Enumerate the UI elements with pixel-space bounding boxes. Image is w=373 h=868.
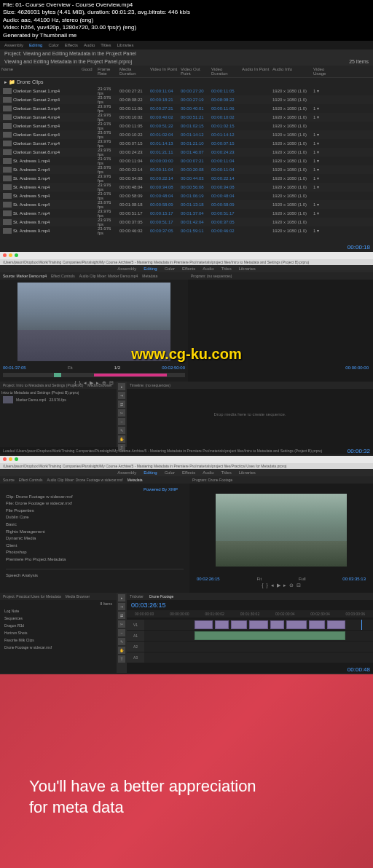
col-media-duration[interactable]: Media Duration [118, 67, 149, 76]
source-tab[interactable]: Source: Marker Demo.mp4 [3, 274, 47, 278]
slip-tool-icon[interactable]: ↔ [118, 418, 125, 425]
timeline-tracks[interactable]: V1 A1 A2 A3 [127, 618, 373, 665]
col-video-out[interactable]: Video Out Point [179, 67, 210, 76]
table-row[interactable]: Clarkston Sunset 7.mp423.976 fps00:00:07… [0, 139, 373, 148]
table-row[interactable]: St. Andrews 3.mp423.976 fps00:00:34:0800… [0, 174, 373, 183]
close-icon[interactable] [3, 253, 7, 257]
workspace-tab[interactable]: Libraries [117, 43, 133, 47]
workspace-tab[interactable]: Effects [65, 43, 78, 47]
timeline-tab[interactable]: Drone Footage [149, 593, 173, 600]
razor-tool-icon[interactable]: ✂ [118, 620, 125, 628]
workspace-tab[interactable]: Titles [221, 267, 232, 271]
mark-in-icon[interactable]: { [262, 583, 263, 588]
maximize-icon[interactable] [15, 457, 18, 461]
workspace-tab[interactable]: Editing [144, 470, 157, 475]
meta-row[interactable]: Rights Management [6, 529, 184, 536]
mark-in-icon[interactable]: { [74, 380, 76, 386]
project-item[interactable]: Dragon.R3d [0, 622, 117, 629]
step-forward-icon[interactable]: ▸ [96, 380, 99, 386]
workspace-tab[interactable]: Editing [144, 267, 157, 271]
step-forward-icon[interactable]: ▸ [283, 583, 286, 588]
project-item[interactable]: Horizon Shots [0, 629, 117, 636]
overwrite-icon[interactable]: ⊟ [109, 380, 114, 386]
play-icon[interactable]: ▶ [277, 583, 280, 588]
track-select-tool-icon[interactable]: ⇥ [118, 603, 125, 610]
track-label[interactable]: A3 [127, 652, 144, 663]
workspace-tab[interactable]: Audio [84, 43, 95, 47]
workspace-tab[interactable]: Effects [182, 470, 195, 475]
workspace-tab[interactable]: Titles [101, 43, 111, 47]
meta-tab[interactable]: Metadata [127, 478, 143, 482]
meta-row[interactable]: Dublin Core [6, 514, 184, 521]
col-name[interactable]: Name [0, 67, 80, 76]
pen-tool-icon[interactable]: ✎ [118, 638, 125, 645]
workspace-tab[interactable]: Titles [221, 470, 232, 475]
video-clip[interactable] [231, 620, 247, 629]
workspace-tab[interactable]: Assembly [117, 267, 136, 271]
video-clip[interactable] [215, 620, 229, 629]
ripple-tool-icon[interactable]: ⇄ [118, 401, 125, 408]
type-tool-icon[interactable]: T [118, 655, 125, 663]
minimize-icon[interactable] [9, 253, 12, 257]
table-row[interactable]: Clarkston Sunset 5.mp423.976 fps00:00:11… [0, 122, 373, 130]
table-row[interactable]: Clarkston Sunset 3.mp423.976 fps00:00:11… [0, 104, 373, 113]
fit-dropdown[interactable]: Fit [256, 577, 262, 581]
razor-tool-icon[interactable]: ✂ [118, 409, 125, 417]
table-row[interactable]: St. Andrews 9.mp423.976 fps00:00:46:0200… [0, 226, 373, 235]
timeline-playhead-tc[interactable]: 00:03:26:15 [127, 600, 373, 610]
lift-icon[interactable]: ⊖ [289, 583, 294, 588]
table-row[interactable]: Clarkston Sunset 2.mp423.976 fps00:08:08… [0, 95, 373, 104]
meta-row[interactable]: Photoshop [6, 549, 184, 556]
play-icon[interactable]: ▶ [90, 380, 93, 386]
workspace-tab[interactable]: Audio [203, 470, 213, 475]
meta-tab[interactable]: Source [3, 478, 15, 482]
fit-dropdown[interactable]: Fit [68, 366, 73, 370]
workspace-tab[interactable]: Effects [182, 267, 195, 271]
close-icon[interactable] [3, 457, 7, 461]
track-label[interactable]: V1 [127, 620, 144, 630]
timeline-panel[interactable]: Timeline: (no sequences) Drop media here… [127, 382, 373, 447]
meta-tab[interactable]: Effect Controls [19, 478, 43, 482]
workspace-tab[interactable]: Assembly [117, 470, 136, 475]
program-tc-left[interactable]: 00:02:26:15 [197, 577, 220, 581]
table-row[interactable]: St. Andrews 5.mp423.976 fps00:00:58:0900… [0, 192, 373, 200]
track-label[interactable]: A1 [127, 631, 144, 641]
hand-tool-icon[interactable]: ✋ [118, 647, 125, 654]
selection-tool-icon[interactable]: ▸ [118, 594, 125, 601]
col-video-duration[interactable]: Video Duration [210, 67, 240, 76]
col-good[interactable]: Good [80, 67, 96, 76]
col-video-usage[interactable]: Video Usage [312, 67, 332, 76]
table-row[interactable]: St. Andrews 8.mp423.976 fps00:00:37:0500… [0, 218, 373, 226]
video-clip[interactable] [286, 620, 307, 629]
meta-row[interactable]: Dynamic Media [6, 535, 184, 542]
col-audio-info[interactable]: Audio Info [271, 67, 312, 76]
video-clip[interactable] [327, 620, 345, 629]
table-row[interactable]: St. Andrews 4.mp423.976 fps00:00:48:0400… [0, 183, 373, 192]
mark-out-icon[interactable]: } [79, 380, 81, 386]
table-row[interactable]: Clarkston Sunset 4.mp423.976 fps00:00:10… [0, 113, 373, 122]
source-tab[interactable]: Effect Controls [51, 274, 75, 278]
project-item[interactable]: Drone Footage w sidecar.mxf [0, 644, 117, 651]
timeline-ruler[interactable]: 00:00:00:00 00:00:30:00 00:01:00:02 00:0… [127, 610, 373, 618]
slip-tool-icon[interactable]: ↔ [118, 629, 125, 636]
meta-tab[interactable]: Audio Clip Mixer: Drone Footage w sideca… [47, 478, 123, 482]
extract-icon[interactable]: ⊟ [297, 583, 301, 588]
workspace-tab[interactable]: Libraries [239, 470, 256, 475]
minimize-icon[interactable] [9, 457, 12, 461]
col-video-in[interactable]: Video In Point [149, 67, 179, 76]
hand-tool-icon[interactable]: ✋ [118, 435, 125, 443]
project-tab[interactable]: Project: Practical Uses for Metadata [3, 593, 61, 600]
table-row[interactable]: St. Andrews 6.mp423.976 fps00:01:08:1800… [0, 200, 373, 209]
mark-out-icon[interactable]: } [267, 583, 268, 588]
workspace-tab[interactable]: Color [48, 43, 58, 47]
workspace-tab[interactable]: Audio [203, 267, 213, 271]
playhead[interactable] [361, 620, 362, 630]
resolution-dropdown[interactable]: Full [299, 577, 306, 581]
project-item[interactable]: Log Note [0, 607, 117, 615]
track-label[interactable]: A2 [127, 642, 144, 652]
meta-row[interactable]: File Properties [6, 508, 184, 515]
workspace-tab[interactable]: Color [165, 267, 175, 271]
table-row[interactable]: Clarkston Sunset 8.mp423.976 fps00:00:24… [0, 148, 373, 157]
meta-row[interactable]: File: Drone Footage w sidecar.mxf [6, 500, 184, 508]
track-select-tool-icon[interactable]: ⇥ [118, 392, 125, 399]
